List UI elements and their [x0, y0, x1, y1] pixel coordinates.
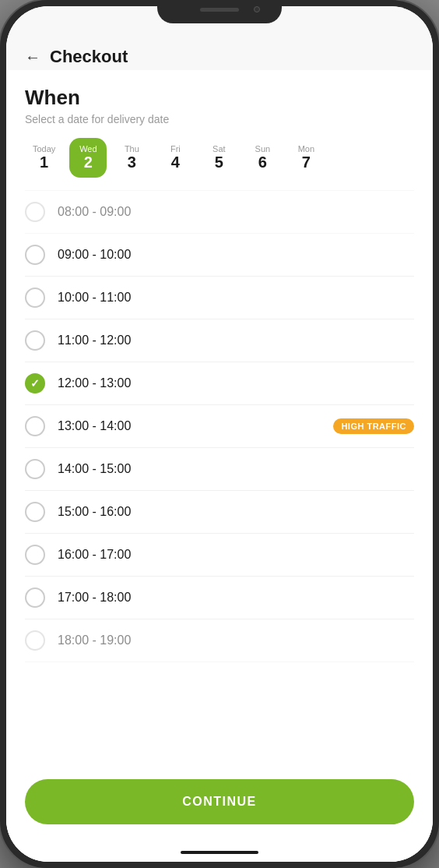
date-day-label: Sat: [212, 144, 226, 153]
time-slot-slot-1500[interactable]: 15:00 - 16:00: [25, 491, 414, 534]
radio-button: [25, 330, 45, 351]
time-slot-label: 11:00 - 12:00: [58, 333, 131, 348]
radio-button: [25, 545, 45, 565]
date-item-fri[interactable]: Fri4: [156, 138, 194, 178]
page-title: Checkout: [50, 47, 128, 67]
main-card: When Select a date for delivery date Tod…: [6, 70, 433, 862]
home-indicator: [6, 843, 433, 862]
radio-button: [25, 459, 45, 479]
date-day-label: Wed: [79, 144, 97, 153]
date-num-label: 3: [128, 153, 136, 171]
time-slot-label: 12:00 - 13:00: [58, 376, 131, 390]
time-slot-label: 08:00 - 09:00: [58, 205, 131, 219]
notch: [157, 0, 282, 23]
camera: [254, 6, 260, 12]
time-slot-slot-0900[interactable]: 09:00 - 10:00: [25, 234, 414, 277]
radio-button: [25, 502, 45, 522]
radio-button: [25, 373, 45, 393]
date-item-wed[interactable]: Wed2: [69, 138, 107, 178]
date-num-label: 2: [84, 153, 93, 171]
time-slot-slot-1200[interactable]: 12:00 - 13:00: [25, 362, 414, 405]
screen: ← Checkout When Select a date for delive…: [6, 6, 433, 862]
date-day-label: Fri: [170, 144, 181, 153]
date-num-label: 5: [215, 153, 223, 171]
header: ← Checkout: [6, 41, 433, 70]
time-slots-list: 08:00 - 09:0009:00 - 10:0010:00 - 11:001…: [6, 190, 433, 767]
date-day-label: Mon: [298, 144, 314, 153]
continue-button[interactable]: CONTINUE: [25, 779, 414, 824]
time-slot-label: 10:00 - 11:00: [58, 291, 131, 305]
section-subtitle: Select a date for delivery date: [6, 113, 433, 125]
continue-button-wrapper: CONTINUE: [6, 767, 433, 843]
date-num-label: 1: [40, 153, 48, 171]
time-slot-label: 15:00 - 16:00: [58, 505, 131, 519]
date-num-label: 6: [258, 153, 267, 171]
date-num-label: 4: [171, 153, 180, 171]
time-slot-slot-1300[interactable]: 13:00 - 14:00HIGH TRAFFIC: [25, 405, 414, 448]
time-slot-slot-1100[interactable]: 11:00 - 12:00: [25, 319, 414, 362]
time-slot-label: 09:00 - 10:00: [58, 248, 131, 262]
date-day-label: Sun: [255, 144, 271, 153]
time-slot-label: 13:00 - 14:00: [58, 419, 131, 433]
time-slot-slot-1600[interactable]: 16:00 - 17:00: [25, 534, 414, 577]
date-item-sat[interactable]: Sat5: [200, 138, 237, 178]
time-slot-slot-1400[interactable]: 14:00 - 15:00: [25, 448, 414, 491]
time-slot-slot-1700[interactable]: 17:00 - 18:00: [25, 577, 414, 619]
date-item-today[interactable]: Today1: [25, 138, 63, 178]
date-day-label: Thu: [125, 144, 139, 153]
date-item-mon[interactable]: Mon7: [287, 138, 325, 178]
radio-button: [25, 245, 45, 265]
section-title: When: [6, 86, 433, 110]
radio-button: [25, 587, 45, 608]
radio-button: [25, 288, 45, 308]
date-day-label: Today: [33, 144, 55, 153]
radio-button: [25, 416, 45, 436]
time-slot-slot-1000[interactable]: 10:00 - 11:00: [25, 277, 414, 319]
radio-button: [25, 630, 45, 651]
time-slot-label: 14:00 - 15:00: [58, 462, 131, 476]
home-bar: [181, 851, 258, 854]
speaker: [200, 8, 239, 12]
time-slot-label: 16:00 - 17:00: [58, 548, 131, 562]
radio-button: [25, 202, 45, 222]
time-slot-label: 18:00 - 19:00: [58, 633, 131, 647]
date-num-label: 7: [302, 153, 311, 171]
traffic-badge: HIGH TRAFFIC: [333, 418, 414, 434]
time-slot-slot-0800[interactable]: 08:00 - 09:00: [25, 190, 414, 234]
date-item-sun[interactable]: Sun6: [244, 138, 281, 178]
date-item-thu[interactable]: Thu3: [113, 138, 150, 178]
phone-frame: ← Checkout When Select a date for delive…: [0, 0, 439, 868]
app-content: ← Checkout When Select a date for delive…: [6, 6, 433, 862]
back-button[interactable]: ←: [25, 48, 40, 66]
time-slot-slot-1800[interactable]: 18:00 - 19:00: [25, 619, 414, 662]
time-slot-label: 17:00 - 18:00: [58, 591, 131, 605]
date-selector: Today1Wed2Thu3Fri4Sat5Sun6Mon7: [6, 138, 433, 178]
